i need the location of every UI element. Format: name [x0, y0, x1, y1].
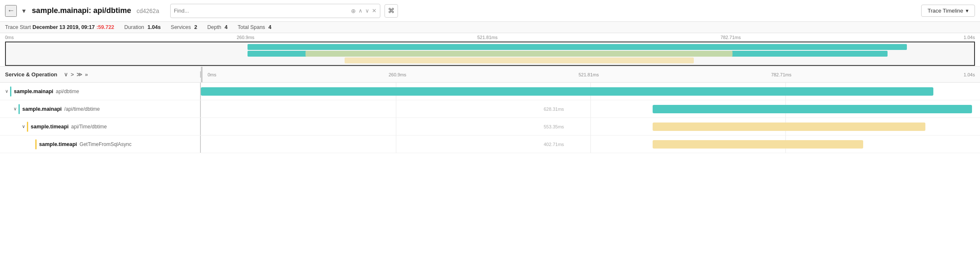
tick-0ms-ov: 0ms [5, 35, 14, 40]
row-timeline-3: 553.35ms [201, 118, 980, 135]
row-timeline-4: 402.71ms [201, 136, 980, 153]
span-bar-1 [201, 87, 933, 96]
table-row: ∨ sample.mainapi /api/time/dbtime 628.31… [0, 100, 980, 118]
ctrl-collapse-all[interactable]: » [85, 71, 88, 78]
row-service-2: sample.mainapi [22, 106, 62, 112]
col-timeline-header: 0ms 260.9ms 521.81ms 782.71ms 1.04s [203, 72, 980, 77]
grid-line-5 [590, 100, 591, 117]
header-tick-1s: 1.04s [964, 72, 975, 77]
col-service-op-label: Service & Operation [5, 71, 57, 78]
row-operation-3: api/Time/dbtime [71, 124, 107, 130]
collapse-icon[interactable]: ▼ [21, 8, 27, 14]
row-service-4: sample.timeapi [39, 141, 77, 147]
row-operation-2: /api/time/dbtime [64, 106, 100, 112]
row-indent-1: ∨ sample.mainapi api/dbtime [3, 86, 79, 96]
tick-782ms-ov: 782.71ms [720, 35, 740, 40]
span-bar-3 [653, 123, 925, 131]
header-tick-0: 0ms [208, 72, 216, 77]
header-operation: api/dbtime [93, 6, 131, 15]
col-controls: ∨ > ≫ » [64, 71, 88, 78]
ctrl-expand-all[interactable]: ≫ [76, 71, 82, 78]
down-icon[interactable]: ∨ [365, 8, 369, 14]
trace-date: December 13 2019, 09:17 [32, 24, 95, 30]
header-tick-782: 782.71ms [771, 72, 791, 77]
header-service: sample.mainapi: [32, 6, 91, 15]
trace-info: Trace Start December 13 2019, 09:17 :59.… [0, 22, 980, 33]
row-color-bar-1 [10, 86, 11, 96]
grid-line-11 [590, 136, 591, 153]
header-title: sample.mainapi: api/dbtime cd4262a [32, 6, 159, 15]
span-bar-2 [653, 105, 972, 113]
kbd-button[interactable]: ⌘ [385, 4, 398, 18]
timeline-ticks-overview: 0ms 260.9ms 521.81ms 782.71ms 1.04s [0, 33, 980, 40]
table-row: ∨ sample.timeapi api/Time/dbtime 553.35m… [0, 118, 980, 136]
grid-line-4 [396, 100, 396, 117]
col-service-op-header: Service & Operation ∨ > ≫ » [0, 71, 201, 78]
trace-rows: ∨ sample.mainapi api/dbtime ∨ s [0, 83, 980, 262]
ctrl-expand[interactable]: > [71, 71, 74, 78]
clear-icon[interactable]: ✕ [372, 8, 377, 14]
header-trace-id: cd4262a [137, 8, 159, 14]
span-bar-4 [653, 140, 863, 149]
search-bar: ⊕ ∧ ∨ ✕ [170, 4, 380, 18]
total-spans-label: Total Spans [238, 24, 265, 30]
trace-time: :59.722 [96, 24, 114, 30]
duration-label: Duration [124, 24, 144, 30]
row-color-bar-4 [35, 139, 37, 149]
row-timeline-2: 628.31ms [201, 100, 980, 117]
row-service-op-1: ∨ sample.mainapi api/dbtime [0, 83, 201, 100]
services-value: 2 [194, 24, 197, 30]
span-label-2: 628.31ms [544, 107, 564, 112]
header: ← ▼ sample.mainapi: api/dbtime cd4262a ⊕… [0, 0, 980, 22]
row-chevron-3[interactable]: ∨ [22, 124, 25, 129]
back-icon: ← [7, 6, 15, 15]
row-operation-1: api/dbtime [56, 89, 79, 94]
tick-521ms-ov: 521.81ms [477, 35, 498, 40]
row-service-op-3: ∨ sample.timeapi api/Time/dbtime [0, 118, 201, 135]
overview-bars [5, 42, 975, 63]
table-row: ∨ sample.mainapi api/dbtime [0, 83, 980, 100]
up-icon[interactable]: ∧ [358, 8, 363, 14]
row-timeline-1 [201, 83, 980, 100]
row-color-bar-3 [27, 122, 28, 132]
row-indent-3: ∨ sample.timeapi api/Time/dbtime [3, 122, 107, 132]
back-button[interactable]: ← [5, 5, 17, 17]
span-label-3: 553.35ms [544, 124, 564, 129]
row-color-bar-2 [18, 104, 20, 114]
row-service-op-2: ∨ sample.mainapi /api/time/dbtime [0, 100, 201, 117]
trace-timeline-label: Trace Timeline [927, 8, 963, 14]
search-icons: ⊕ ∧ ∨ ✕ [351, 8, 377, 14]
overview-bar-3 [306, 51, 732, 57]
row-operation-4: GetTimeFromSqlAsync [79, 141, 132, 147]
search-input[interactable] [174, 8, 351, 14]
row-indent-2: ∨ sample.mainapi /api/time/dbtime [3, 104, 100, 114]
target-icon: ⊕ [351, 8, 356, 14]
overview-bar-4 [345, 57, 694, 63]
header-tick-260: 260.9ms [389, 72, 406, 77]
timeline-overview: 0ms 260.9ms 521.81ms 782.71ms 1.04s [0, 33, 980, 67]
ctrl-collapse[interactable]: ∨ [64, 71, 68, 78]
grid-line-7 [396, 118, 396, 135]
row-chevron-2[interactable]: ∨ [13, 106, 17, 112]
trace-start-label: Trace Start [5, 24, 31, 30]
services-label: Services [171, 24, 191, 30]
overview-bar-1 [248, 44, 907, 50]
depth-value: 4 [225, 24, 228, 30]
duration-value: 1.04s [148, 24, 161, 30]
header-tick-521: 521.81ms [579, 72, 599, 77]
row-service-1: sample.mainapi [14, 89, 53, 94]
main-content: Service & Operation ∨ > ≫ » 0ms 260.9ms … [0, 67, 980, 262]
tick-260ms-ov: 260.9ms [237, 35, 254, 40]
dropdown-icon: ▾ [966, 8, 969, 14]
grid-line-8 [590, 118, 591, 135]
span-label-4: 402.71ms [544, 142, 564, 147]
row-chevron-1[interactable]: ∨ [5, 89, 8, 94]
row-service-op-4: ∨ sample.timeapi GetTimeFromSqlAsync [0, 136, 201, 153]
trace-timeline-button[interactable]: Trace Timeline ▾ [921, 5, 975, 17]
tick-1s-ov: 1.04s [964, 35, 975, 40]
col-headers: Service & Operation ∨ > ≫ » 0ms 260.9ms … [0, 67, 980, 83]
table-row: ∨ sample.timeapi GetTimeFromSqlAsync 402… [0, 136, 980, 153]
depth-label: Depth [207, 24, 221, 30]
row-indent-4: ∨ sample.timeapi GetTimeFromSqlAsync [3, 139, 132, 149]
grid-line-10 [396, 136, 396, 153]
